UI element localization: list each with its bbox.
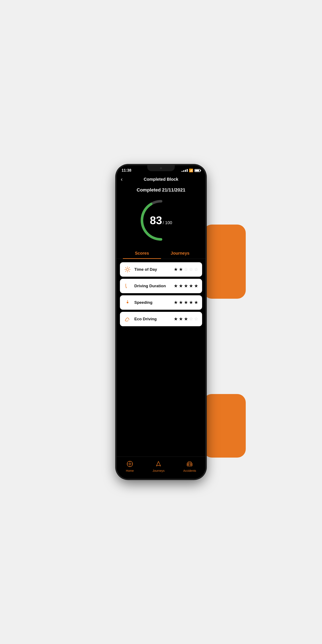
star-1: ★: [174, 300, 178, 305]
svg-marker-20: [156, 462, 160, 466]
score-item-speeding[interactable]: Speeding ★ ★ ★ ★ ★: [120, 295, 202, 310]
star-2: ★: [179, 316, 183, 322]
svg-point-13: [127, 300, 128, 301]
wifi-icon: 📶: [189, 168, 193, 172]
star-2: ★: [179, 267, 183, 272]
score-number: 83: [150, 214, 162, 227]
speeding-icon: [124, 299, 131, 306]
tab-journeys[interactable]: Journeys: [161, 248, 199, 259]
journeys-icon: [155, 460, 162, 468]
accidents-label: Accidents: [183, 469, 196, 472]
svg-point-22: [188, 464, 189, 465]
svg-line-9: [129, 268, 130, 268]
phone-frame: 11:38 📶 ‹ Completed Block: [116, 165, 206, 479]
svg-point-23: [190, 464, 192, 465]
star-4: ☆: [189, 316, 193, 322]
star-4: ★: [189, 283, 193, 289]
home-icon: [126, 460, 134, 468]
status-time: 11:38: [122, 168, 131, 173]
bottom-navigation: Home Journeys: [116, 456, 206, 479]
score-item-eco-driving[interactable]: Eco Driving ★ ★ ★ ☆ ☆: [120, 312, 202, 326]
tab-scores[interactable]: Scores: [123, 248, 161, 259]
score-item-driving-duration[interactable]: Driving Duration ★ ★ ★ ★ ★: [120, 279, 202, 293]
page-title: Completed Block: [121, 177, 201, 182]
svg-point-12: [127, 302, 128, 303]
star-5: ☆: [194, 267, 198, 272]
star-3: ☆: [184, 267, 188, 272]
driving-duration-label: Driving Duration: [134, 284, 171, 288]
star-3: ★: [184, 300, 188, 305]
star-5: ★: [194, 283, 198, 289]
svg-line-10: [126, 271, 126, 272]
scores-list: Time of Day ★ ★ ☆ ☆ ☆: [116, 259, 206, 330]
star-4: ☆: [189, 267, 193, 272]
time-of-day-stars: ★ ★ ☆ ☆ ☆: [174, 267, 198, 272]
page-wrapper: 11:38 📶 ‹ Completed Block: [80, 161, 242, 483]
orange-decoration-top: [203, 224, 246, 299]
star-1: ★: [174, 316, 178, 322]
back-button[interactable]: ‹: [121, 176, 123, 182]
score-max: / 100: [163, 220, 172, 225]
svg-line-7: [126, 268, 126, 268]
driving-duration-stars: ★ ★ ★ ★ ★: [174, 283, 198, 289]
svg-point-2: [126, 268, 128, 270]
screen: ‹ Completed Block Completed 21/11/2021 8…: [116, 174, 206, 479]
star-4: ★: [189, 300, 193, 305]
completed-date: Completed 21/11/2021: [116, 184, 206, 195]
svg-line-8: [129, 271, 130, 272]
eco-driving-stars: ★ ★ ★ ☆ ☆: [174, 316, 198, 322]
time-of-day-icon: [124, 266, 131, 273]
star-2: ★: [179, 283, 183, 289]
star-5: ★: [194, 300, 198, 305]
star-3: ★: [184, 283, 188, 289]
eco-driving-label: Eco Driving: [134, 317, 171, 321]
driving-duration-icon: [124, 282, 131, 290]
speeding-stars: ★ ★ ★ ★ ★: [174, 300, 198, 305]
nav-item-journeys[interactable]: Journeys: [152, 460, 164, 472]
camera-notch: [147, 165, 175, 171]
nav-item-home[interactable]: Home: [126, 460, 134, 472]
nav-item-accidents[interactable]: Accidents: [183, 460, 196, 472]
journeys-label: Journeys: [152, 469, 164, 472]
gauge-wrapper: 83 / 100: [138, 197, 184, 244]
svg-point-15: [129, 463, 131, 465]
score-item-time-of-day[interactable]: Time of Day ★ ★ ☆ ☆ ☆: [120, 262, 202, 277]
star-3: ★: [184, 316, 188, 322]
star-1: ★: [174, 267, 178, 272]
speeding-label: Speeding: [134, 300, 171, 305]
time-of-day-label: Time of Day: [134, 267, 171, 272]
battery-icon: [194, 169, 200, 172]
camera-dot: [160, 167, 162, 169]
orange-decoration-bottom: [203, 394, 246, 458]
star-2: ★: [179, 300, 183, 305]
eco-driving-icon: [124, 315, 131, 323]
gauge-score: 83 / 100: [150, 214, 172, 227]
status-icons: 📶: [182, 168, 200, 172]
home-label: Home: [126, 469, 134, 472]
svg-point-11: [126, 287, 127, 288]
header: ‹ Completed Block: [116, 174, 206, 184]
signal-icon: [182, 169, 188, 172]
accidents-icon: [186, 460, 194, 468]
star-1: ★: [174, 283, 178, 289]
tab-bar: Scores Journeys: [116, 248, 206, 259]
star-5: ☆: [194, 316, 198, 322]
score-gauge: 83 / 100: [116, 195, 206, 248]
